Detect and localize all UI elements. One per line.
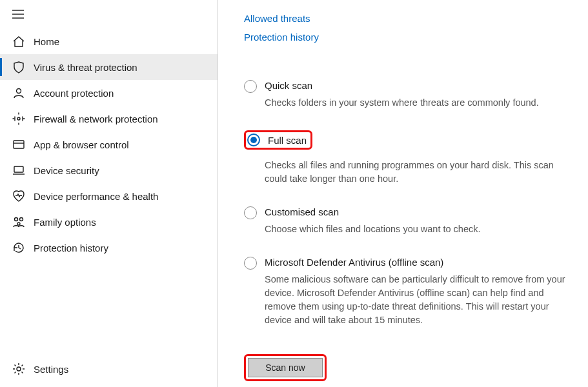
gear-icon bbox=[12, 362, 26, 376]
radio-quick-scan[interactable] bbox=[244, 80, 257, 93]
sidebar-item-home[interactable]: Home bbox=[0, 28, 218, 54]
hamburger-icon bbox=[12, 10, 24, 21]
option-title[interactable]: Quick scan bbox=[265, 80, 570, 91]
sidebar-item-firewall[interactable]: Firewall & network protection bbox=[0, 106, 218, 132]
radio-offline-scan[interactable] bbox=[244, 257, 257, 270]
family-icon bbox=[12, 215, 26, 229]
option-desc: Choose which files and locations you wan… bbox=[265, 223, 570, 236]
sidebar-item-family[interactable]: Family options bbox=[0, 209, 218, 235]
svg-point-9 bbox=[20, 218, 23, 221]
sidebar-item-virus-threat[interactable]: Virus & threat protection bbox=[0, 54, 218, 80]
account-icon bbox=[12, 86, 26, 100]
option-custom-scan: Customised scan Choose which files and l… bbox=[244, 206, 570, 236]
sidebar-item-label: Account protection bbox=[34, 88, 114, 99]
sidebar-item-settings[interactable]: Settings bbox=[0, 356, 218, 382]
highlight-full-scan: Full scan bbox=[244, 130, 312, 150]
scan-now-button[interactable]: Scan now bbox=[248, 358, 323, 377]
svg-point-11 bbox=[17, 367, 21, 371]
shield-icon bbox=[12, 60, 26, 74]
svg-point-4 bbox=[17, 117, 20, 120]
radio-custom-scan[interactable] bbox=[244, 206, 257, 219]
sidebar-item-device-security[interactable]: Device security bbox=[0, 157, 218, 183]
option-title[interactable]: Full scan bbox=[268, 135, 307, 146]
radio-full-scan[interactable] bbox=[247, 134, 260, 146]
sidebar-item-label: Virus & threat protection bbox=[34, 62, 137, 73]
option-desc: Checks all files and running programmes … bbox=[265, 159, 570, 186]
sidebar: Home Virus & threat protection Account p… bbox=[0, 0, 218, 387]
link-allowed-threats[interactable]: Allowed threats bbox=[244, 13, 310, 24]
sidebar-item-app-browser[interactable]: App & browser control bbox=[0, 132, 218, 157]
sidebar-item-label: Home bbox=[34, 36, 59, 47]
menu-button[interactable] bbox=[4, 4, 32, 26]
sidebar-item-account[interactable]: Account protection bbox=[0, 80, 218, 106]
firewall-icon bbox=[12, 112, 26, 126]
laptop-icon bbox=[12, 163, 26, 177]
option-offline-scan: Microsoft Defender Antivirus (offline sc… bbox=[244, 257, 570, 327]
svg-rect-7 bbox=[14, 166, 23, 172]
sidebar-item-label: App & browser control bbox=[34, 139, 129, 150]
option-full-scan: Full scan bbox=[244, 130, 570, 155]
sidebar-item-device-performance[interactable]: Device performance & health bbox=[0, 183, 218, 209]
main-content: Allowed threats Protection history Quick… bbox=[218, 0, 588, 387]
option-desc: Checks folders in your system where thre… bbox=[265, 96, 570, 110]
svg-point-8 bbox=[15, 218, 18, 221]
home-icon bbox=[12, 34, 26, 48]
sidebar-item-label: Settings bbox=[34, 364, 68, 375]
nav: Home Virus & threat protection Account p… bbox=[0, 28, 218, 261]
sidebar-item-label: Device security bbox=[34, 165, 99, 176]
sidebar-item-label: Protection history bbox=[34, 243, 108, 253]
svg-point-10 bbox=[17, 223, 20, 225]
sidebar-item-label: Family options bbox=[34, 217, 96, 228]
option-title[interactable]: Customised scan bbox=[265, 206, 570, 217]
scan-options: Quick scan Checks folders in your system… bbox=[244, 80, 570, 381]
highlight-scan-now: Scan now bbox=[244, 354, 327, 381]
option-title[interactable]: Microsoft Defender Antivirus (offline sc… bbox=[265, 257, 570, 268]
option-quick-scan: Quick scan Checks folders in your system… bbox=[244, 80, 570, 110]
svg-rect-5 bbox=[14, 141, 24, 148]
sidebar-item-protection-history[interactable]: Protection history bbox=[0, 235, 218, 261]
history-icon bbox=[12, 241, 26, 255]
app-browser-icon bbox=[12, 137, 26, 152]
link-protection-history[interactable]: Protection history bbox=[244, 32, 319, 43]
svg-point-3 bbox=[17, 89, 21, 94]
option-desc: Some malicious software can be particula… bbox=[265, 273, 570, 327]
sidebar-item-label: Device performance & health bbox=[34, 191, 158, 202]
sidebar-item-label: Firewall & network protection bbox=[34, 114, 158, 124]
heart-icon bbox=[12, 189, 26, 203]
